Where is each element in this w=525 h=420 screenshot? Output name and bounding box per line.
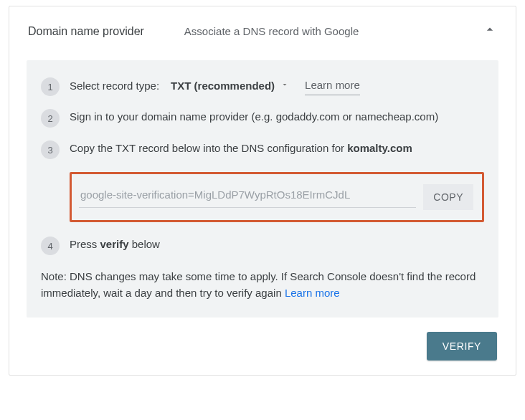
step-3: 3 Copy the TXT record below into the DNS…: [41, 140, 484, 159]
learn-more-link[interactable]: Learn more: [305, 77, 360, 95]
collapse-icon[interactable]: [483, 22, 497, 40]
step-number-badge: 4: [41, 237, 60, 255]
domain-name: komalty.com: [347, 142, 412, 154]
step-2: 2 Sign in to your domain name provider (…: [41, 109, 484, 128]
step-number-badge: 1: [41, 77, 60, 96]
txt-record-highlight: google-site-verification=MigLDdP7WypRtOs…: [70, 172, 484, 222]
step-4: 4 Press verify below: [41, 237, 484, 255]
txt-record-input[interactable]: google-site-verification=MigLDdP7WypRtOs…: [79, 187, 416, 208]
note-learn-more-link[interactable]: Learn more: [285, 287, 340, 299]
step3-text: Copy the TXT record below into the DNS c…: [70, 140, 484, 157]
step-1: 1 Select record type: TXT (recommended) …: [41, 77, 484, 96]
step-number-badge: 2: [41, 109, 60, 128]
dns-verification-panel: Domain name provider Associate a DNS rec…: [9, 6, 516, 376]
header-title: Domain name provider: [28, 25, 144, 38]
step4-text: Press verify below: [70, 237, 484, 253]
panel-footer: VERIFY: [9, 318, 516, 363]
record-type-select[interactable]: TXT (recommended): [171, 78, 275, 95]
header-subtitle: Associate a DNS record with Google: [184, 25, 359, 37]
steps-area: 1 Select record type: TXT (recommended) …: [27, 60, 498, 318]
step-number-badge: 3: [41, 140, 60, 159]
dropdown-icon[interactable]: [280, 80, 289, 92]
step1-label: Select record type:: [70, 78, 159, 95]
step2-text: Sign in to your domain name provider (e.…: [70, 109, 484, 125]
copy-button[interactable]: COPY: [423, 184, 473, 210]
verify-button[interactable]: VERIFY: [427, 332, 497, 361]
panel-header: Domain name provider Associate a DNS rec…: [9, 6, 516, 53]
note-text: Note: DNS changes may take some time to …: [41, 268, 484, 302]
